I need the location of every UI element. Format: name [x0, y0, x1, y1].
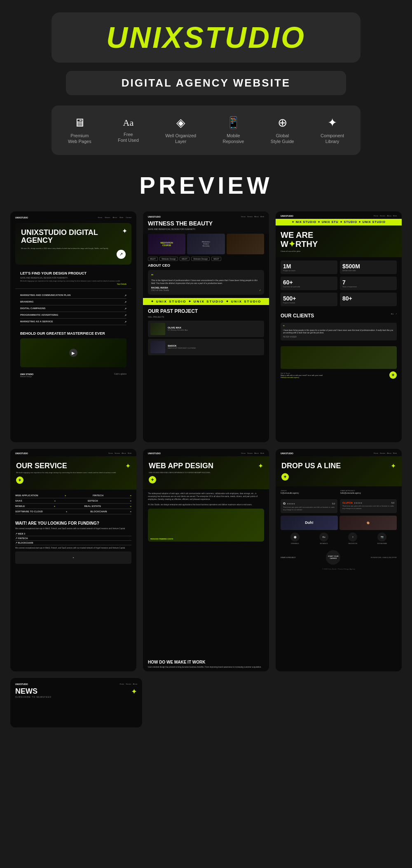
feature-mobile: 📱 MobileReponsive [223, 116, 244, 145]
feature-component: ✦ ComponentLibrary [321, 116, 344, 145]
card5-body: The widespread adoption of web apps, whi… [143, 489, 269, 657]
card2-project-1-info: OLIVE MAX UI / Meeting Scheduler App [168, 326, 262, 331]
feature-label-1: PremiumWeb Pages [68, 133, 91, 145]
card2-projects: OUR PAST PROJECT 500+ PROJECTS OLIVE MAX… [143, 305, 269, 359]
card2-quote: " This is the highest level of professio… [148, 270, 264, 295]
card6-footer: START A PROJECT START YOUR CAREER IN NEW… [276, 547, 402, 568]
instagram-icon[interactable]: 📷 [377, 533, 386, 542]
card5-howto: HOW DO WE MAKE IT WORK User-oriented des… [143, 657, 269, 671]
card3-footer: Get In Touch Want to talk with us with y… [276, 369, 402, 381]
card2-gallery: MEDITATIONCOURSE BlockchainVentureEconom… [143, 234, 269, 254]
card7-title: NEWS [15, 687, 52, 696]
card5-hero: WEB APP DESIGN ✦ UNIX STUDIO HIGH END US… [143, 456, 269, 490]
card1-hero-desc: We won 30+ design awards in 2022 about s… [21, 247, 126, 250]
card6-cta-button[interactable]: + [281, 473, 289, 481]
card1-section1-title: LET'S FIND YOUR DESIGN PRODUCT [20, 271, 126, 276]
card7-subtitle: SUBSCRIBE TO NEWSFEED [15, 696, 52, 698]
card4-services: WEB APPLICATION+FINTECH+ SAAS+EDTECH+ MO… [10, 490, 136, 518]
subtitle-container: DIGITAL AGENCY WEBSITE [66, 71, 346, 95]
feature-label-3: Well OrganizedLayer [165, 133, 196, 145]
card2-nav-links: HomeServiceAboutWork [241, 216, 264, 218]
card6-footer-career[interactable]: START YOUR CAREER [326, 550, 340, 565]
brand-logo: UNIXSTUDIO [76, 21, 336, 54]
service-item-2: BRANDING↗ [20, 299, 126, 305]
features-bar: 🖥 PremiumWeb Pages Aa FreeFont Used ◈ We… [52, 106, 360, 155]
card4-nav-links: HomeServiceAboutWork [108, 452, 131, 455]
preview-card-contact: UNIXSTUDIO HomeServiceAboutWork DROP US … [276, 449, 402, 671]
card5-howto-title: HOW DO WE MAKE IT WORK [148, 660, 264, 664]
card5-body-text2: At Unix Studio, we design enterprise web… [148, 504, 264, 507]
card5-title: WEB APP DESIGN [149, 462, 213, 470]
card6-nav-logo: UNIXSTUDIO [281, 452, 293, 455]
card6-social-row: ⬤ DRIBBBLE Be BEHANCE f FACEBOOK 📷 INSTA… [276, 533, 402, 544]
card4-service-row-2: SAAS+EDTECH+ [15, 498, 131, 504]
card2-top: UNIXSTUDIO HomeServiceAboutWork WITNESS … [143, 211, 269, 234]
feature-style: ⊕ GlobalStyle Guide [271, 116, 294, 145]
mobile-icon: 📱 [226, 116, 241, 129]
card3-title: WE AREW✦RTHY [281, 230, 397, 249]
card1-see-details[interactable]: See Details [20, 283, 126, 285]
card4-fund-list: ↗ WEB 3 ↗ FINTECH ↗ BLOCKCHAIN [15, 532, 131, 545]
card3-view-all: ALL↗ [391, 313, 397, 315]
card3-hero: WE AREW✦RTHY Clients all around the glob… [276, 225, 402, 257]
card4-fund-text: We connect exceptional start-ups in Web3… [15, 528, 131, 530]
card6-portfolio-1: Duh! [281, 516, 338, 530]
card3-testimonial: " I have been hiring people in this spac… [281, 323, 397, 341]
card2-project-2-thumb [150, 341, 165, 353]
preview-card-news: UNIXSTUDIO HomeServiceAbout NEWS SUBSCRI… [10, 678, 142, 727]
card2-project-1-desc: UI / Meeting Scheduler App [168, 329, 262, 331]
feature-label-6: ComponentLibrary [321, 133, 344, 145]
card1-cta-button[interactable]: ↗ [117, 250, 126, 259]
card4-hero-desc: We build engaging user experience for ea… [16, 472, 131, 474]
card4-fund-text2: We connect exceptional start-ups in Web3… [15, 547, 131, 549]
card5-howto-text: User-oriented design has proved to bring… [148, 666, 264, 669]
card2-marquee: ✦ UNIX STUDIO ✦ UNIX STUDIO ✦ UNIX STUDI… [143, 298, 269, 305]
card6-title: DROP US A LINE [281, 462, 341, 470]
feature-font: Aa FreeFont Used [118, 117, 139, 143]
feature-label-2: FreeFont Used [118, 131, 139, 143]
g-logo: G [283, 502, 286, 505]
behance-icon[interactable]: Be [319, 533, 328, 542]
preview-card-home: UNIXSTUDIO Home Service About Work Conta… [10, 211, 136, 442]
card4-fund-title: WAIT! ARE YOU LOOKING FOR FUNDING? [15, 521, 131, 526]
card1-services: MARKETING AND COMMUNICATION PLAN↗ BRANDI… [15, 289, 131, 328]
card1-nav: UNIXSTUDIO Home Service About Work Conta… [15, 216, 131, 219]
feature-label-4: MobileReponsive [223, 133, 244, 145]
card3-stat-7: 7 Years of experience [340, 277, 397, 290]
card5-team-image: REDUCED TRAINING COSTS [148, 509, 264, 542]
dribbble-icon[interactable]: ⬤ [290, 533, 300, 542]
card2-project-2-info: SHOCK SWITCH UP YOUR DIGIT CLOTHING [168, 345, 262, 349]
card5-cta-button[interactable]: + [149, 476, 156, 483]
card5-subtitle: UNIX STUDIO HIGH END USER EXPERIENCE TO … [149, 472, 263, 474]
card3-team-image [281, 346, 397, 369]
card6-rating-g-text: Their team was great with communication … [283, 506, 335, 510]
card2-projects-title: OUR PAST PROJECT [148, 308, 264, 314]
card1-section1: LET'S FIND YOUR DESIGN PRODUCT SAFE AND … [15, 268, 131, 289]
card1-nav-links: Home Service About Work Contact [98, 216, 131, 218]
card1-footer-label: Website Design [20, 375, 33, 378]
card6-contact-joinus: JOINUS hr@unixstudio.agency [281, 490, 337, 494]
card4-cta-button[interactable]: + [16, 476, 23, 484]
card2-img3 [227, 234, 264, 254]
card3-clients-label: Clients all around the globe [281, 250, 397, 252]
card3-clients: OUR CLIENTS ALL↗ " I have been hiring pe… [276, 310, 402, 347]
card6-rating-clutch-text: Their team was great with communication … [342, 505, 394, 509]
card3-stat-1m: 1M People we reach [281, 260, 337, 274]
preview-card-webdesign: UNIXSTUDIO HomeServiceAboutWork WEB APP … [143, 449, 269, 671]
preview-title: PREVIEW [139, 171, 273, 199]
card6-social-dribbble: ⬤ DRIBBBLE [290, 533, 300, 544]
card3-contact-button[interactable]: + [389, 371, 397, 379]
style-icon: ⊕ [278, 116, 287, 129]
card6-rating-clutch: CLUTCH ★★★★★ 5.0 Their team was great wi… [340, 499, 397, 513]
card2-project-count: 500+ PROJECTS [148, 316, 264, 318]
card3-stat-80: 80+ [340, 293, 397, 306]
card6-social-behance: Be BEHANCE [319, 533, 328, 544]
facebook-icon[interactable]: f [348, 533, 357, 542]
component-icon: ✦ [328, 116, 337, 129]
card3-stat-60: 60+ Countries we work with [281, 277, 337, 290]
card2-quote-text: This is the highest level of professiona… [151, 279, 261, 285]
card1-nav-logo: UNIXSTUDIO [15, 216, 28, 219]
card6-footer-start[interactable]: START A PROJECT [281, 556, 296, 558]
monitor-icon: 🖥 [74, 116, 85, 129]
card1-masterpiece: BEHOLD OUR GREATEST MASTERPIECE EVER ▶ [15, 328, 131, 371]
